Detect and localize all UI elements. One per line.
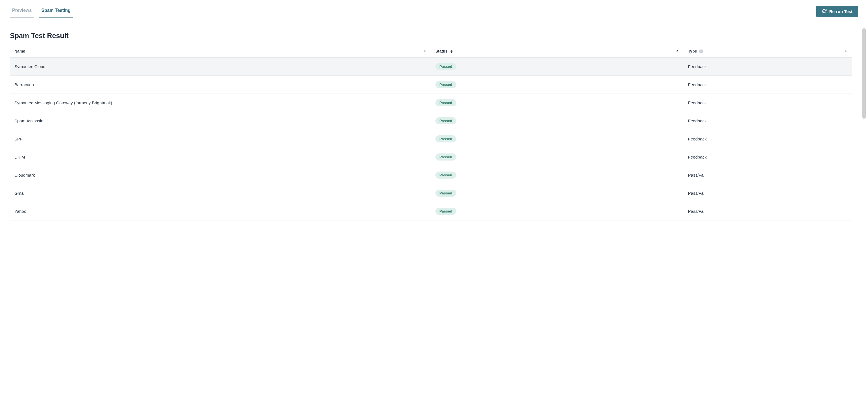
cell-status: Passed [431,112,684,130]
cell-status: Passed [431,184,684,202]
table-row: Symantec Cloud Passed Feedback [10,58,852,76]
cell-name: Cloudmark [10,166,431,184]
results-table-wrap: Name Status [10,45,852,220]
cell-type: Pass/Fail [684,202,852,220]
table-row: Gmail Passed Pass/Fail [10,184,852,202]
cell-name: Gmail [10,184,431,202]
page-title: Spam Test Result [10,32,858,40]
cell-type: Feedback [684,94,852,112]
cell-name: DKIM [10,148,431,166]
column-header-type[interactable]: Type i [684,45,852,58]
status-badge: Passed [435,190,456,197]
cell-type: Feedback [684,148,852,166]
table-row: Yahoo Passed Pass/Fail [10,202,852,220]
table-row: Spam Assassin Passed Feedback [10,112,852,130]
cell-type: Feedback [684,76,852,94]
tab-spam-testing[interactable]: Spam Testing [39,6,73,18]
status-badge: Passed [435,99,456,106]
table-body: Symantec Cloud Passed Feedback Barracuda… [10,58,852,220]
status-badge: Passed [435,63,456,70]
cell-name: SPF [10,130,431,148]
column-header-type-label: Type [688,49,697,53]
status-badge: Passed [435,117,456,124]
tab-previews[interactable]: Previews [10,6,34,18]
table-row: Symantec Messaging Gateway (formerly Bri… [10,94,852,112]
cell-type: Feedback [684,112,852,130]
cell-type: Pass/Fail [684,184,852,202]
cell-status: Passed [431,166,684,184]
cell-name: Yahoo [10,202,431,220]
info-icon[interactable]: i [699,50,703,53]
cell-type: Feedback [684,58,852,76]
sort-icon [676,50,679,53]
cell-type: Feedback [684,130,852,148]
status-badge: Passed [435,153,456,160]
table-row: Cloudmark Passed Pass/Fail [10,166,852,184]
arrow-down-icon [450,50,453,53]
sort-icon [424,50,426,53]
cell-name: Symantec Cloud [10,58,431,76]
results-table: Name Status [10,45,852,220]
cell-status: Passed [431,130,684,148]
status-badge: Passed [435,172,456,179]
status-badge: Passed [435,136,456,143]
top-row: Previews Spam Testing Re-run Test [10,6,858,18]
cell-status: Passed [431,148,684,166]
table-row: SPF Passed Feedback [10,130,852,148]
column-header-name[interactable]: Name [10,45,431,58]
table-header-row: Name Status [10,45,852,58]
scrollbar-thumb[interactable] [862,28,866,119]
refresh-icon [822,9,827,14]
column-header-name-label: Name [14,49,25,53]
sort-icon [844,50,847,53]
cell-name: Spam Assassin [10,112,431,130]
cell-status: Passed [431,202,684,220]
cell-status: Passed [431,58,684,76]
table-row: DKIM Passed Feedback [10,148,852,166]
rerun-test-button[interactable]: Re-run Test [816,6,858,17]
column-header-status[interactable]: Status [431,45,684,58]
rerun-test-label: Re-run Test [829,9,852,14]
status-badge: Passed [435,208,456,215]
column-header-status-label: Status [435,49,447,53]
cell-type: Pass/Fail [684,166,852,184]
cell-name: Barracuda [10,76,431,94]
tabs: Previews Spam Testing [10,6,73,18]
cell-status: Passed [431,76,684,94]
table-row: Barracuda Passed Feedback [10,76,852,94]
status-badge: Passed [435,81,456,88]
cell-name: Symantec Messaging Gateway (formerly Bri… [10,94,431,112]
cell-status: Passed [431,94,684,112]
